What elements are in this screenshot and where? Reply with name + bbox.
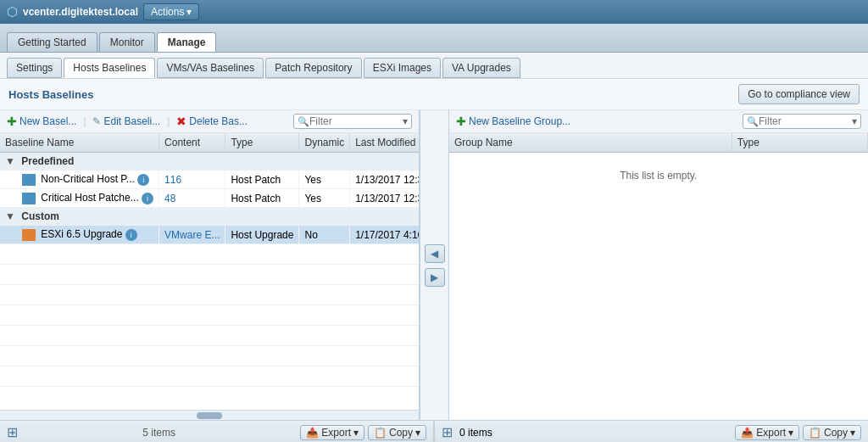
arrow-right-button[interactable]: ▶	[425, 268, 445, 287]
modified-cell: 1/13/2017 12:3	[350, 171, 419, 189]
copy-label: Copy	[389, 427, 413, 439]
right-panel: ✚ New Baseline Group... 🔍 ▾ Group Name T…	[449, 110, 868, 420]
edit-baseline-button[interactable]: ✎ Edit Baseli...	[92, 115, 160, 127]
actions-button[interactable]: Actions ▾	[143, 3, 199, 20]
table-row	[449, 219, 868, 239]
delete-baseline-label: Delete Bas...	[189, 115, 248, 127]
table-row[interactable]: ESXi 6.5 Upgrade i VMware E... Host Upgr…	[0, 226, 419, 244]
type-cell: Host Patch	[225, 189, 299, 208]
info-icon[interactable]: i	[125, 229, 137, 241]
modified-cell: 1/13/2017 12:3	[350, 189, 419, 208]
actions-label: Actions	[151, 6, 184, 18]
col-group-name: Group Name	[449, 133, 732, 153]
table-row	[0, 244, 419, 265]
new-baseline-group-button[interactable]: ✚ New Baseline Group...	[456, 115, 570, 128]
export-icon: 📤	[306, 427, 319, 439]
dynamic-cell: No	[299, 226, 350, 244]
table-row	[449, 239, 868, 260]
plus-green-icon: ✚	[456, 115, 466, 128]
left-filter-input[interactable]	[309, 115, 403, 127]
left-export-button[interactable]: 📤 Export ▾	[300, 425, 364, 440]
type-cell: Host Upgrade	[225, 226, 299, 244]
table-row	[0, 305, 419, 326]
table-row	[449, 199, 868, 219]
table-row	[0, 326, 419, 346]
group-custom: ▼ Custom	[0, 208, 419, 226]
new-baseline-button[interactable]: ✚ New Basel...	[7, 115, 76, 128]
status-left: ⊞ 5 items 📤 Export ▾ 📋 Copy ▾	[0, 421, 435, 442]
content-link[interactable]: 48	[164, 193, 175, 204]
page-title-bar: Hosts Baselines Go to compliance view	[0, 79, 868, 110]
col-type: Type	[732, 133, 867, 153]
info-icon[interactable]: i	[142, 193, 153, 204]
group-toggle[interactable]: ▼	[5, 155, 15, 167]
right-export-button[interactable]: 📤 Export ▾	[735, 425, 799, 440]
compliance-button[interactable]: Go to compliance view	[738, 84, 860, 104]
baseline-name: Critical Host Patche...	[41, 192, 138, 204]
copy-chevron: ▾	[415, 427, 420, 439]
page-title: Hosts Baselines	[8, 88, 93, 101]
group-predefined: ▼ Predefined	[0, 153, 419, 171]
right-item-count: 0 items	[459, 427, 492, 439]
left-table-container: Baseline Name Content Type Dynamic Last …	[0, 133, 419, 410]
right-filter-input[interactable]	[759, 115, 852, 127]
sub-tab-hosts-baselines[interactable]: Hosts Baselines	[64, 58, 155, 78]
sub-tab-va-upgrades[interactable]: VA Upgrades	[442, 58, 520, 78]
content-cell: 116	[159, 171, 225, 189]
tab-manage[interactable]: Manage	[157, 32, 217, 52]
baseline-name-cell: Non-Critical Host P... i	[0, 171, 159, 189]
delete-baseline-button[interactable]: ✖ Delete Bas...	[176, 115, 248, 128]
group-custom-label: Custom	[21, 210, 59, 222]
export-label: Export	[756, 427, 786, 439]
tab-monitor[interactable]: Monitor	[99, 32, 155, 52]
table-row[interactable]: Critical Host Patche... i 48 Host Patch …	[0, 189, 419, 208]
type-cell: Host Patch	[225, 171, 299, 189]
sub-tab-settings[interactable]: Settings	[7, 58, 62, 78]
empty-row: This list is empty.	[449, 153, 868, 199]
left-copy-button[interactable]: 📋 Copy ▾	[368, 425, 426, 440]
arrow-left-button[interactable]: ◀	[425, 244, 445, 263]
baseline-name: Non-Critical Host P...	[41, 173, 134, 185]
export-chevron: ▾	[788, 427, 793, 439]
export-label: Export	[321, 427, 351, 439]
baseline-name: ESXi 6.5 Upgrade	[41, 228, 122, 240]
filter-dropdown-icon[interactable]: ▾	[852, 115, 857, 127]
table-row	[449, 260, 868, 280]
left-scrollbar[interactable]	[0, 410, 419, 420]
right-table-container: Group Name Type This list is empty.	[449, 133, 868, 420]
sub-tab-patch-repository[interactable]: Patch Repository	[265, 58, 361, 78]
right-copy-button[interactable]: 📋 Copy ▾	[803, 425, 861, 440]
table-row	[0, 285, 419, 305]
status-bar: ⊞ 5 items 📤 Export ▾ 📋 Copy ▾ ⊞ 0 items	[0, 420, 868, 442]
export-chevron: ▾	[353, 427, 359, 439]
export-icon: 📤	[741, 427, 754, 439]
plus-icon: ✚	[7, 115, 17, 128]
search-icon: 🔍	[298, 116, 309, 127]
modified-cell: 1/17/2017 4:16	[350, 226, 419, 244]
title-bar: ⬡ vcenter.digitektest.local Actions ▾	[0, 0, 868, 24]
content-area: Settings Hosts Baselines VMs/VAs Baselin…	[0, 53, 868, 442]
sub-tab-esxi-images[interactable]: ESXi Images	[364, 58, 441, 78]
left-filter-wrapper: 🔍 ▾	[293, 114, 412, 129]
table-row	[449, 321, 868, 341]
table-row	[0, 265, 419, 285]
copy-chevron: ▾	[850, 427, 855, 439]
content-link[interactable]: VMware E...	[164, 229, 220, 241]
table-row	[0, 366, 419, 387]
table-row[interactable]: Non-Critical Host P... i 116 Host Patch …	[0, 171, 419, 189]
dynamic-cell: Yes	[299, 189, 350, 208]
content-link[interactable]: 116	[164, 174, 181, 186]
sub-tabs: Settings Hosts Baselines VMs/VAs Baselin…	[0, 53, 868, 79]
left-table: Baseline Name Content Type Dynamic Last …	[0, 133, 419, 387]
scroll-thumb[interactable]	[197, 412, 222, 419]
actions-chevron-icon: ▾	[186, 6, 192, 18]
dynamic-cell: Yes	[299, 171, 350, 189]
sub-tab-vms-baselines[interactable]: VMs/VAs Baselines	[157, 58, 264, 78]
content-cell: VMware E...	[159, 226, 225, 244]
tab-getting-started[interactable]: Getting Started	[7, 32, 97, 52]
split-layout: ✚ New Basel... | ✎ Edit Baseli... | ✖ De…	[0, 110, 868, 420]
info-icon[interactable]: i	[137, 174, 149, 186]
group-toggle[interactable]: ▼	[5, 210, 15, 222]
table-row	[449, 341, 868, 361]
filter-dropdown-icon[interactable]: ▾	[403, 115, 408, 127]
